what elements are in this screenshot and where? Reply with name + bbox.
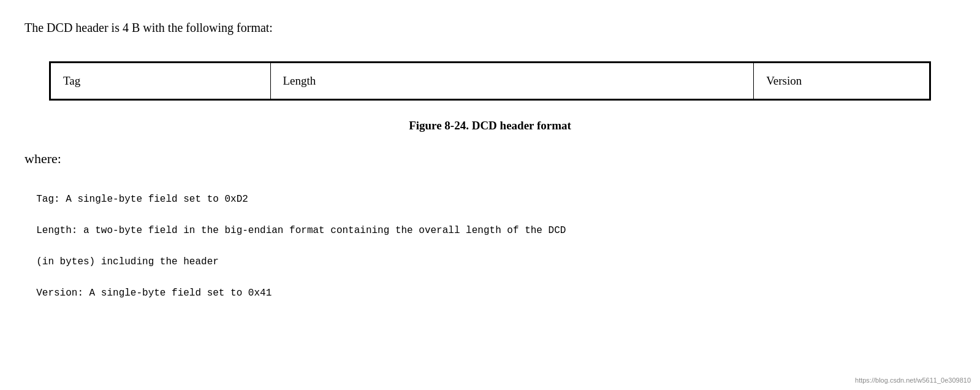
code-line-2: Length: a two-byte field in the big-endi… [36, 225, 566, 236]
intro-paragraph: The DCD header is 4 B with the following… [25, 18, 955, 37]
table-cell-tag: Tag [51, 63, 271, 99]
format-table: Tag Length Version [50, 63, 930, 99]
code-line-3: (in bytes) including the header [36, 256, 219, 267]
figure-caption: Figure 8-24. DCD header format [25, 119, 955, 132]
code-block: Tag: A single-byte field set to 0xD2 Len… [25, 176, 955, 302]
table-row: Tag Length Version [51, 63, 930, 99]
watermark: https://blog.csdn.net/w5611_0e309810 [855, 377, 971, 384]
table-cell-length: Length [270, 63, 754, 99]
table-cell-version: Version [754, 63, 930, 99]
code-line-4: Version: A single-byte field set to 0x41 [36, 288, 272, 299]
where-label: where: [25, 151, 955, 167]
code-line-1: Tag: A single-byte field set to 0xD2 [36, 194, 248, 205]
format-table-container: Tag Length Version [49, 61, 931, 101]
